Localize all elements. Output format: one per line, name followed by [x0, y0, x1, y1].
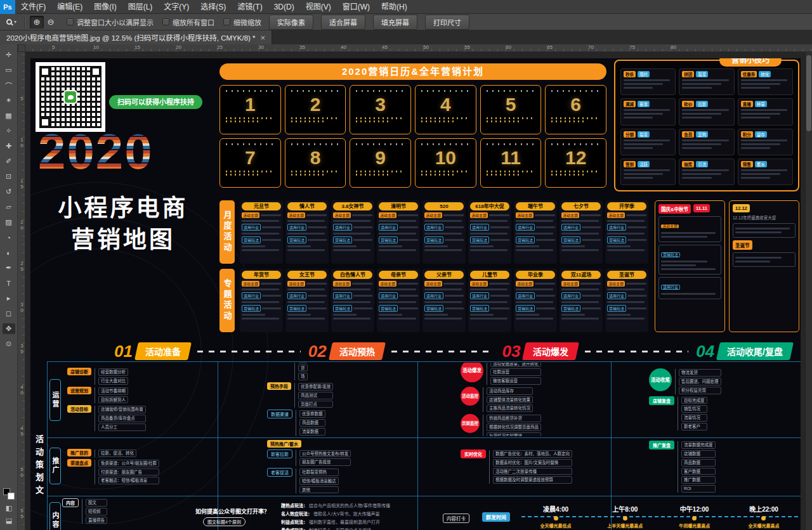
- zoom-tool-icon[interactable]: ⊙: [3, 339, 15, 349]
- path-selection-tool-icon[interactable]: ▸: [3, 293, 15, 304]
- date-dots: [291, 171, 340, 172]
- menu-item[interactable]: 视图(V): [300, 0, 337, 14]
- color-swatches[interactable]: [3, 488, 15, 500]
- zoom-in-button[interactable]: ⊕: [30, 16, 44, 29]
- timeline-note: 全天曝光最高点: [731, 522, 797, 529]
- tip-subtag: 客单: [638, 101, 650, 107]
- ruler-number: 25: [18, 261, 25, 302]
- quick-mask-icon[interactable]: ◧: [6, 504, 12, 512]
- field-tag-industry: 适用行业: [424, 292, 443, 299]
- menu-item[interactable]: 3D(D): [268, 0, 300, 14]
- healing-brush-tool-icon[interactable]: ✚: [3, 141, 15, 152]
- menu-item[interactable]: 窗口(W): [337, 0, 376, 14]
- mindmap-group: 预热手段 优惠券配置/发放商品测试页面打点: [267, 382, 450, 408]
- field-tag-play: 营销玩法: [424, 305, 443, 312]
- exposure-timeline: 凌晨4:00 全天曝光最低点 上午8:00 上半天曝光最高点: [521, 497, 798, 530]
- timeline-dot-icon: [554, 516, 558, 520]
- mindmap-items: 优惠券数据商品数据流量数据会员数据: [296, 410, 325, 436]
- weekday-dots: [551, 90, 600, 92]
- content-badge: 图文标题4个原则: [203, 517, 246, 526]
- eyedropper-tool-icon[interactable]: ✧: [3, 126, 15, 136]
- screen-mode-icon[interactable]: ⬓: [6, 517, 12, 525]
- menu-item[interactable]: 帮助(H): [376, 0, 413, 14]
- tip-card: 抽奖 引流: [679, 158, 734, 185]
- stage-banner: 活动爆发: [522, 342, 579, 360]
- month-number: 11: [483, 146, 539, 169]
- stage-number: 01: [114, 343, 133, 359]
- dodge-tool-icon[interactable]: ◐: [3, 247, 15, 258]
- menu-item[interactable]: 选择(S): [195, 0, 232, 14]
- calendar-month-card: 10: [415, 138, 476, 188]
- mindmap-leaf: 社群裂变预热: [299, 469, 339, 476]
- move-tool-icon[interactable]: ✛: [3, 49, 15, 60]
- activity-title: 开学季: [607, 202, 646, 210]
- vertical-scrollbar[interactable]: [805, 52, 812, 530]
- background-color-swatch[interactable]: [8, 493, 15, 500]
- blur-tool-icon[interactable]: ◔: [3, 232, 15, 243]
- tip-card: 秒杀 限时: [620, 68, 676, 95]
- zoom-tool-preset[interactable]: ▾: [4, 19, 19, 25]
- document-canvas[interactable]: 扫码可以获得小程序扶持 2020 小程序电商 营销地图 2020营销日历&全年营…: [30, 58, 801, 530]
- 填充屏幕[interactable]: 填充屏幕: [373, 15, 417, 30]
- eraser-tool-icon[interactable]: ▱: [3, 202, 15, 212]
- scrollbar-thumb[interactable]: [806, 55, 811, 131]
- type-tool-icon[interactable]: T: [3, 278, 15, 288]
- 打印尺寸[interactable]: 打印尺寸: [425, 15, 469, 30]
- lasso-tool-icon[interactable]: ⌒: [3, 80, 15, 91]
- close-tab-icon[interactable]: ×: [261, 34, 266, 42]
- field-tag-theme: 活动主题: [561, 281, 579, 287]
- document-tab[interactable]: 2020小程序电商营销地图.jpg @ 12.5% (扫码可以获得小程序扶持, …: [0, 30, 272, 44]
- mindmap-leaf: 其他: [299, 486, 339, 494]
- gradient-tool-icon[interactable]: ▨: [3, 217, 15, 228]
- mindmap-leaf: 根据转化情况调整页面商品: [487, 423, 541, 431]
- date-dots: [487, 174, 520, 176]
- tip-card: 分销 裂变: [620, 129, 676, 155]
- 实际像素[interactable]: 实际像素: [269, 15, 313, 30]
- mindmap-leaf: 商品备货/库存盘点: [98, 415, 146, 422]
- field-tag-theme: 活动主题: [470, 281, 488, 287]
- option-checkbox[interactable]: 缩放所有窗口: [162, 17, 214, 27]
- mindmap-leaf: 行业大盘对比: [98, 377, 128, 385]
- menu-item[interactable]: 图像(I): [88, 0, 122, 14]
- menu-item[interactable]: 滤镜(T): [232, 0, 268, 14]
- mindmap-group: 预热推广/蓄水: [267, 440, 450, 448]
- crop-tool-icon[interactable]: ▦: [3, 110, 15, 121]
- mindmap-group: 活动收尾 物流发货售后跟进、问题处理积分权益兑现: [649, 368, 721, 394]
- zoom-out-button[interactable]: ⊖: [44, 16, 58, 29]
- content-tip-line: 悬念式玩法：制造好奇心，引导用户点击阅读: [281, 527, 440, 530]
- menu-item[interactable]: 文件(F): [15, 0, 51, 14]
- mindmap-node: 新客拉新: [267, 449, 292, 458]
- 适合屏幕[interactable]: 适合屏幕: [321, 15, 365, 30]
- tip-subtag: 蓄水: [755, 161, 767, 167]
- calendar-month-card: 1: [219, 85, 281, 134]
- mindmap-leaf: ROI: [681, 485, 716, 493]
- field-tag-theme: 活动主题: [333, 281, 351, 287]
- menu-item[interactable]: 文字(Y): [158, 0, 195, 14]
- pen-tool-icon[interactable]: ✒: [3, 262, 15, 273]
- menu-item[interactable]: 图层(L): [122, 0, 159, 14]
- stage-dashes: [585, 351, 688, 352]
- tip-tag: 秒杀: [624, 71, 636, 77]
- shape-tool-icon[interactable]: ◻: [3, 308, 15, 319]
- ruler-number: 5: [18, 96, 25, 137]
- tip-card: 砍价 拉新: [679, 98, 734, 125]
- mindmap-node: 推广目的: [67, 449, 91, 456]
- content-checkin-chip: 内容打卡: [443, 514, 469, 523]
- marquee-tool-icon[interactable]: ▭: [3, 65, 15, 75]
- option-checkbox[interactable]: 细微缩放: [223, 17, 261, 27]
- history-brush-tool-icon[interactable]: ↺: [3, 186, 15, 197]
- date-dots: [291, 174, 324, 176]
- timeline-point: 上午8:00 上半天曝光最高点: [592, 497, 658, 530]
- option-checkbox[interactable]: 调整窗口大小以满屏显示: [67, 17, 154, 27]
- mindmap-leaf: 商品数据: [299, 419, 325, 427]
- magnifier-icon: [6, 19, 12, 25]
- ruler-number: 10: [18, 137, 25, 178]
- brush-tool-icon[interactable]: ✐: [3, 156, 15, 167]
- field-tag-theme: 活动主题: [242, 212, 259, 218]
- menu-item[interactable]: 编辑(E): [51, 0, 88, 14]
- quick-selection-tool-icon[interactable]: ✶: [3, 95, 15, 106]
- clone-stamp-tool-icon[interactable]: ⊡: [3, 171, 15, 182]
- canvas-area[interactable]: 扫码可以获得小程序扶持 2020 小程序电商 营销地图 2020营销日历&全年营…: [25, 52, 812, 530]
- hand-tool-icon[interactable]: ✥: [3, 323, 15, 334]
- tip-subtag: 限时: [638, 71, 650, 77]
